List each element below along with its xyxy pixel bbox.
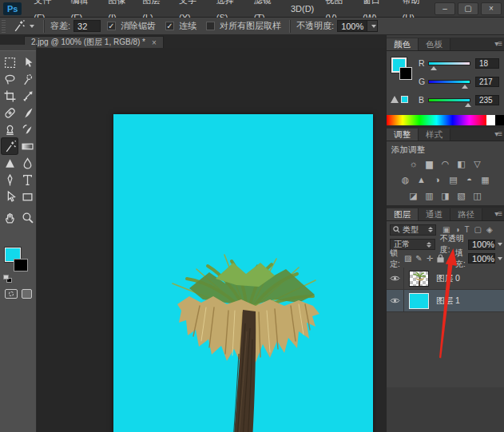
green-value-input[interactable]: 217 xyxy=(475,77,499,87)
tab-styles[interactable]: 样式 xyxy=(419,129,450,141)
invert-icon[interactable]: ◪ xyxy=(408,191,419,201)
color-spectrum-ramp[interactable] xyxy=(387,115,504,125)
green-channel-label: G xyxy=(419,77,428,86)
zoom-tool[interactable] xyxy=(19,209,35,225)
black-white-icon[interactable]: ◑ xyxy=(432,175,442,185)
brush-tool[interactable] xyxy=(19,105,35,121)
tools-panel-header[interactable] xyxy=(0,45,36,51)
red-value-input[interactable]: 18 xyxy=(475,58,499,69)
close-button[interactable]: × xyxy=(481,2,502,15)
screen-mode-button[interactable] xyxy=(22,289,32,299)
background-color-swatch[interactable] xyxy=(14,259,28,271)
anti-alias-checkbox[interactable]: ✓ xyxy=(107,22,116,30)
channel-mixer-icon[interactable]: ◓ xyxy=(464,175,474,185)
tab-adjustments[interactable]: 调整 xyxy=(387,129,419,141)
blue-slider-thumb[interactable] xyxy=(465,103,471,107)
magic-wand-tool[interactable] xyxy=(2,138,18,154)
color-lookup-icon[interactable]: ▦ xyxy=(480,175,490,185)
layer-thumbnail[interactable] xyxy=(409,293,429,309)
visibility-toggle[interactable] xyxy=(387,290,404,311)
clone-stamp-tool[interactable] xyxy=(2,121,18,137)
green-slider[interactable] xyxy=(428,80,470,84)
type-tool[interactable] xyxy=(19,172,35,188)
green-slider-thumb[interactable] xyxy=(462,85,468,89)
layer-name[interactable]: 图层 1 xyxy=(436,295,460,307)
healing-brush-tool[interactable] xyxy=(2,105,18,121)
photo-filter-icon[interactable]: ▤ xyxy=(448,175,458,185)
layer-filter-type-dropdown[interactable]: 类型 xyxy=(390,224,436,236)
document-canvas[interactable] xyxy=(113,114,373,432)
red-slider[interactable] xyxy=(428,61,470,65)
panel-menu-icon[interactable]: ▾≡ xyxy=(494,39,502,48)
web-color-cube-icon[interactable] xyxy=(401,96,408,103)
tool-preset-picker[interactable] xyxy=(9,20,38,32)
gradient-map-icon[interactable]: ◫ xyxy=(472,191,482,201)
lock-position-icon[interactable]: ✛ xyxy=(427,254,433,263)
vibrance-icon[interactable]: ▽ xyxy=(472,159,482,169)
quick-selection-tool[interactable] xyxy=(19,71,35,87)
chevron-down-icon xyxy=(371,25,376,28)
path-selection-tool[interactable] xyxy=(2,188,18,204)
layer-opacity-input[interactable]: 100% xyxy=(468,240,495,250)
opacity-dropdown-button[interactable] xyxy=(367,20,378,32)
lasso-tool[interactable] xyxy=(2,71,18,87)
color-balance-icon[interactable]: ▲ xyxy=(416,175,427,185)
exposure-icon[interactable]: ◧ xyxy=(456,159,466,169)
shape-tool[interactable] xyxy=(19,188,35,204)
palm-thumbnail-image xyxy=(410,271,428,286)
tab-layers[interactable]: 图层 xyxy=(387,208,419,220)
lock-all-icon[interactable] xyxy=(437,254,444,263)
rectangular-marquee-tool[interactable] xyxy=(2,54,18,70)
hue-saturation-icon[interactable]: ◍ xyxy=(400,175,411,185)
tab-channels[interactable]: 通道 xyxy=(419,208,450,220)
fill-input[interactable]: 100% xyxy=(468,253,495,264)
contiguous-checkbox[interactable]: ✓ xyxy=(165,22,174,30)
visibility-toggle[interactable] xyxy=(387,268,404,289)
panel-menu-icon[interactable]: ▾≡ xyxy=(494,129,502,138)
pen-tool[interactable] xyxy=(2,172,18,188)
crop-tool[interactable] xyxy=(2,88,18,104)
chevron-down-icon[interactable] xyxy=(498,243,502,246)
tab-color[interactable]: 颜色 xyxy=(387,38,419,50)
layer-thumbnail[interactable] xyxy=(409,271,429,287)
panel-background-swatch[interactable] xyxy=(399,67,412,80)
minimize-button[interactable]: – xyxy=(435,2,455,15)
layer-row-1[interactable]: 图层 1 xyxy=(387,290,504,312)
filter-shape-layers-icon[interactable]: ▢ xyxy=(474,225,482,234)
tab-paths[interactable]: 路径 xyxy=(450,208,482,220)
threshold-icon[interactable]: ◨ xyxy=(440,191,450,201)
dodge-tool[interactable] xyxy=(2,155,18,171)
history-brush-tool[interactable] xyxy=(19,121,35,137)
chevron-down-icon[interactable] xyxy=(498,257,502,260)
lock-pixels-icon[interactable]: ✎ xyxy=(415,254,422,263)
selective-color-icon[interactable]: ▧ xyxy=(456,191,466,201)
gradient-tool[interactable] xyxy=(19,138,35,154)
default-colors-icon[interactable] xyxy=(3,275,12,283)
blur-tool[interactable] xyxy=(19,155,35,171)
layer-name[interactable]: 图层 0 xyxy=(436,273,460,284)
tab-close-icon[interactable]: × xyxy=(152,38,157,47)
hand-tool[interactable] xyxy=(2,209,18,225)
quick-mask-button[interactable] xyxy=(5,289,18,299)
gamut-warning-icon[interactable] xyxy=(391,96,399,103)
sample-all-layers-checkbox[interactable] xyxy=(206,22,215,30)
filter-smart-objects-icon[interactable]: ◈ xyxy=(486,225,493,234)
menu-3d[interactable]: 3D(D) xyxy=(285,0,319,18)
tolerance-input[interactable]: 32 xyxy=(73,20,101,32)
eyedropper-tool[interactable] xyxy=(19,88,35,104)
opacity-input[interactable]: 100% xyxy=(337,20,367,32)
blue-slider[interactable] xyxy=(428,98,470,102)
maximize-button[interactable]: ▢ xyxy=(458,2,478,15)
document-tab[interactable]: 2.jpg @ 100% (图层 1, RGB/8) * × xyxy=(24,36,164,48)
levels-icon[interactable]: ▆ xyxy=(424,159,435,169)
layer-row-0[interactable]: 图层 0 xyxy=(387,268,504,290)
panel-menu-icon[interactable]: ▾≡ xyxy=(494,209,502,218)
red-slider-thumb[interactable] xyxy=(431,66,437,70)
move-tool[interactable] xyxy=(19,54,35,70)
curves-icon[interactable]: ◠ xyxy=(440,159,450,169)
tab-swatches[interactable]: 色板 xyxy=(419,38,450,50)
lock-transparency-icon[interactable]: ▨ xyxy=(404,254,411,263)
brightness-contrast-icon[interactable]: ☼ xyxy=(408,159,419,169)
blue-value-input[interactable]: 235 xyxy=(475,95,499,105)
posterize-icon[interactable]: ▥ xyxy=(424,191,435,201)
